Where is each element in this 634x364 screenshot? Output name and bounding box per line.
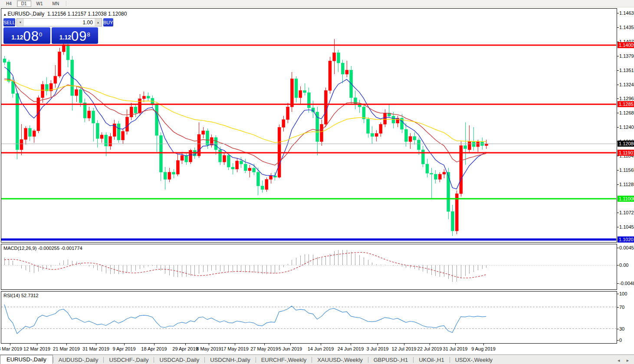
tab-usdx-weekly[interactable]: USDX-,Weekly [450, 356, 498, 364]
candle-down [79, 89, 82, 103]
candle-up [265, 179, 268, 190]
tab-xauusd-weekly[interactable]: XAUUSD-,Weekly [312, 356, 368, 364]
volume-decrease-button[interactable]: ▼ [17, 19, 24, 26]
date-tick [351, 344, 351, 345]
candle-down [3, 59, 6, 62]
tab-ukoil-h1[interactable]: UKOil-,H1 [414, 356, 450, 364]
macd-axis-label: 0.004517 [619, 245, 634, 250]
candle-down [337, 53, 340, 63]
date-label: 27 May 2019 [250, 346, 278, 351]
macd-axis-label: -0.004806 [619, 281, 634, 286]
level-price-badge: 1.14009 [618, 42, 634, 48]
candle-up [476, 141, 480, 147]
sell-button[interactable]: SELL [3, 18, 15, 26]
price-tick-label: 1.10725 [619, 210, 634, 215]
candle-up [33, 131, 36, 137]
tab-scroll-right-icon[interactable]: ► [626, 358, 630, 363]
candle-down [185, 155, 188, 162]
axis-tick [617, 70, 619, 71]
price-tick-label: 1.11565 [619, 167, 634, 173]
date-tick [404, 344, 404, 345]
date-label: 31 Jul 2019 [443, 346, 468, 351]
level-line-1.14009 [1, 45, 616, 46]
candle-down [134, 107, 137, 113]
candle-down [430, 173, 433, 174]
candle-up [384, 113, 387, 124]
level-line-1.12851 [1, 104, 616, 105]
candle-up [236, 161, 239, 169]
candle-down [413, 137, 416, 140]
tab-usdchf-daily[interactable]: USDCHF-,Daily [104, 356, 154, 364]
rsi-line [4, 305, 486, 334]
volume-increase-button[interactable]: ▲ [95, 19, 102, 26]
chart-canvas[interactable] [0, 0, 634, 364]
date-label: 29 Apr 2019 [172, 346, 198, 351]
tab-gbpusd-h1[interactable]: GBPUSD-,H1 [368, 356, 413, 364]
candle-up [379, 124, 382, 133]
tab-eurusd-daily[interactable]: EURUSD-,Daily [0, 355, 53, 364]
candle-up [58, 52, 61, 76]
date-label: 12 Jul 2019 [392, 346, 417, 351]
macd-values: -0.000255 -0.001774 [38, 246, 82, 251]
buy-price-box[interactable]: 1.12098 [52, 27, 99, 44]
candle-up [333, 53, 336, 61]
candle-down [159, 135, 162, 172]
date-tick [290, 344, 291, 345]
chart-ohlc-values: 1.12156 1.12157 1.12038 1.12080 [47, 11, 127, 17]
candle-down [105, 135, 108, 146]
one-click-trade-panel: SELL ▼ ▲ BUY 1.12080 1.12098 [3, 18, 98, 44]
rsi-axis-label: 70 [619, 305, 624, 310]
date-tick [264, 344, 265, 345]
tab-eurchf-weekly[interactable]: EURCHF-,Weekly [256, 356, 312, 364]
axis-tick [617, 27, 619, 28]
tab-usdcnh-daily[interactable]: USDCNH-,Daily [205, 356, 255, 364]
candle-up [142, 96, 145, 99]
date-label: 9 Aug 2019 [471, 346, 496, 351]
level-price-badge: 1.11000 [618, 196, 634, 202]
date-tick [37, 344, 37, 345]
candle-up [248, 168, 251, 171]
candle-up [345, 70, 348, 74]
tab-usdcad-daily[interactable]: USDCAD-,Daily [154, 356, 204, 364]
axis-tick [617, 294, 619, 294]
sell-price-small: 1.12 [11, 32, 23, 43]
date-axis: 3 Mar 201912 Mar 201921 Mar 201931 Mar 2… [0, 344, 634, 354]
candle-up [443, 172, 446, 174]
candle-up [109, 137, 112, 146]
candle-up [125, 117, 128, 131]
volume-input[interactable] [24, 19, 95, 26]
price-tick-label: 1.10450 [619, 224, 634, 230]
candle-down [164, 172, 167, 179]
candle-up [138, 98, 141, 113]
axis-tick [617, 307, 619, 308]
date-label: 31 Mar 2019 [82, 346, 109, 351]
candle-up [282, 120, 285, 128]
price-tick-label: 1.12680 [619, 110, 634, 115]
date-tick [483, 344, 484, 345]
candle-down [464, 146, 467, 149]
candle-up [409, 137, 412, 142]
date-tick [154, 344, 154, 345]
candle-up [122, 131, 125, 140]
candle-down [227, 155, 230, 167]
candle-down [83, 103, 86, 118]
candle-down [354, 98, 357, 104]
axis-tick [617, 127, 619, 128]
date-label: 8 May 2019 [196, 346, 221, 351]
tab-scroll-left-icon[interactable]: ◄ [617, 358, 621, 363]
candle-down [253, 168, 256, 172]
date-tick [430, 344, 430, 345]
current-price-badge: 1.12080 [618, 141, 634, 147]
date-tick [124, 344, 125, 345]
candle-down [96, 123, 99, 138]
candle-up [189, 150, 192, 162]
tab-audusd-daily[interactable]: AUDUSD-,Daily [53, 356, 104, 364]
buy-button[interactable]: BUY [103, 18, 113, 26]
macd-label: MACD(12,26,9) -0.000255 -0.001774 [3, 246, 82, 251]
date-label: 21 Mar 2019 [53, 346, 80, 351]
collapse-arrow-icon[interactable]: ▴ [4, 12, 6, 16]
level-line-1.11000 [1, 198, 616, 200]
sell-price-box[interactable]: 1.12080 [3, 27, 50, 44]
buy-price-sup: 8 [87, 28, 90, 41]
level-price-badge: 1.10201 [618, 236, 634, 243]
